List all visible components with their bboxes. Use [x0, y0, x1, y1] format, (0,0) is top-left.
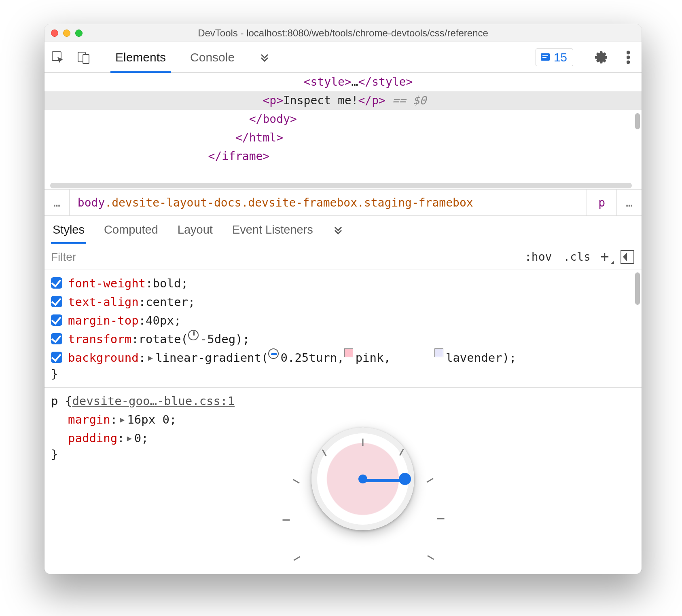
clock-tick [399, 449, 404, 456]
breadcrumb-classes: .devsite-layout-docs.devsite-framebox.st… [105, 196, 473, 209]
gear-icon[interactable] [593, 49, 610, 66]
more-tabs-icon[interactable] [247, 42, 282, 72]
color-swatch-icon[interactable] [344, 348, 353, 357]
css-declaration[interactable]: margin-top: 40px; [51, 311, 635, 330]
source-link[interactable]: devsite-goo…-blue.css:1 [72, 392, 235, 410]
expand-shorthand-icon[interactable]: ▶ [146, 348, 155, 367]
devtools-window: DevTools - localhost:8080/web/tools/chro… [44, 24, 642, 574]
cls-toggle[interactable]: .cls [557, 250, 596, 264]
css-value[interactable]: 16px 0 [127, 410, 169, 429]
close-window-button[interactable] [51, 30, 58, 37]
breadcrumb-right-overflow[interactable]: … [617, 196, 642, 209]
new-style-rule-button[interactable]: + [596, 248, 613, 266]
main-toolbar: Elements Console 15 [44, 42, 642, 73]
css-property[interactable]: text-align [68, 293, 139, 311]
css-declaration[interactable]: background: ▶linear-gradient(0.25turn, p… [51, 348, 635, 367]
breadcrumb: … body.devsite-layout-docs.devsite-frame… [44, 189, 642, 216]
breadcrumb-left-overflow[interactable]: … [44, 196, 69, 209]
dom-tree-pane[interactable]: ••• <style>…</style> <p>Inspect me!</p> … [44, 73, 642, 189]
device-toolbar-icon[interactable] [75, 49, 92, 66]
color-swatch-icon[interactable] [434, 348, 443, 357]
traffic-lights [51, 30, 83, 37]
subtab-event-listeners[interactable]: Event Listeners [232, 216, 313, 244]
clock-hub[interactable] [358, 475, 367, 483]
toggle-checkbox[interactable] [51, 296, 62, 307]
issues-badge[interactable]: 15 [536, 49, 573, 66]
subtab-computed[interactable]: Computed [104, 216, 158, 244]
css-value[interactable]: 0 [134, 429, 141, 447]
rule-selector[interactable]: p { [51, 392, 72, 410]
computed-sidebar-toggle-icon[interactable] [621, 250, 634, 264]
toggle-checkbox[interactable] [51, 352, 62, 363]
css-property[interactable]: background [68, 348, 139, 367]
inspect-element-icon[interactable] [49, 49, 66, 66]
svg-point-8 [627, 56, 630, 59]
css-property[interactable]: padding [68, 429, 117, 447]
expand-shorthand-icon[interactable]: ▶ [117, 410, 127, 429]
css-declaration[interactable]: transform: rotate(-5deg); [51, 330, 635, 348]
css-value[interactable]: bold [153, 274, 181, 293]
styles-toolbar: :hov .cls + [44, 244, 642, 270]
clock-tick [283, 519, 290, 521]
tab-elements[interactable]: Elements [103, 42, 178, 72]
clock-tick [437, 518, 445, 519]
css-value[interactable]: linear-gradient( [155, 348, 268, 367]
horizontal-scrollbar[interactable] [50, 183, 634, 189]
svg-point-9 [627, 61, 630, 63]
angle-swatch-icon[interactable] [268, 348, 279, 359]
svg-rect-6 [542, 57, 546, 58]
css-property[interactable]: font-weight [68, 274, 146, 293]
css-declaration[interactable]: font-weight: bold; [51, 274, 635, 293]
css-value[interactable]: rotate( [139, 330, 188, 348]
svg-rect-2 [83, 55, 89, 63]
divider [583, 49, 583, 66]
styles-sidebar-tabs: Styles Computed Layout Event Listeners [44, 216, 642, 244]
styles-filter-input[interactable] [44, 244, 519, 270]
css-value[interactable]: center [146, 293, 188, 311]
svg-point-7 [627, 51, 630, 54]
expand-shorthand-icon[interactable]: ▶ [125, 429, 134, 447]
css-value[interactable]: 40px [146, 311, 174, 330]
svg-rect-5 [542, 55, 548, 56]
toggle-checkbox[interactable] [51, 333, 62, 344]
clock-tick [322, 449, 327, 456]
subtab-layout[interactable]: Layout [178, 216, 213, 244]
clock-tick [427, 555, 434, 560]
clock-hand-knob[interactable] [399, 473, 411, 485]
toggle-checkbox[interactable] [51, 277, 62, 289]
zoom-window-button[interactable] [75, 30, 83, 37]
css-declaration-cont[interactable]: lavender); [391, 348, 517, 367]
minimize-window-button[interactable] [63, 30, 70, 37]
css-property[interactable]: margin-top [68, 311, 139, 330]
rule-close-brace: } [51, 367, 635, 381]
clock-tick [362, 439, 364, 446]
scrollbar-thumb[interactable] [635, 113, 640, 129]
hov-toggle[interactable]: :hov [519, 250, 557, 264]
window-title: DevTools - localhost:8080/web/tools/chro… [198, 27, 488, 39]
tab-console[interactable]: Console [178, 42, 247, 72]
css-declaration[interactable]: margin: ▶16px 0; [51, 410, 635, 429]
css-property[interactable]: transform [68, 330, 131, 348]
scrollbar-thumb[interactable] [635, 272, 640, 305]
panel-tabs: Elements Console [103, 42, 282, 72]
angle-swatch-icon[interactable] [188, 330, 199, 340]
dom-node-line[interactable]: <style>…</style> [44, 73, 642, 91]
dom-node-line[interactable]: </iframe> [44, 147, 642, 166]
css-declaration[interactable]: text-align: center; [51, 293, 635, 311]
breadcrumb-tag: body [78, 196, 105, 209]
breadcrumb-body[interactable]: body.devsite-layout-docs.devsite-framebo… [69, 190, 587, 215]
toggle-checkbox[interactable] [51, 314, 62, 326]
css-property[interactable]: margin [68, 410, 110, 429]
angle-clock-popover[interactable] [311, 428, 414, 530]
more-subtabs-icon[interactable] [333, 216, 344, 244]
kebab-menu-icon[interactable] [620, 49, 637, 66]
css-rule: font-weight: bold;text-align: center;mar… [44, 273, 642, 384]
issues-count: 15 [554, 51, 567, 64]
breadcrumb-p[interactable]: p [587, 190, 617, 215]
dom-node-line[interactable]: </body> [44, 110, 642, 129]
titlebar: DevTools - localhost:8080/web/tools/chro… [44, 24, 642, 42]
dom-node-line[interactable]: <p>Inspect me!</p> == $0 [44, 91, 642, 110]
dom-node-line[interactable]: </html> [44, 129, 642, 147]
subtab-styles[interactable]: Styles [53, 216, 85, 244]
clock-tick [293, 556, 300, 561]
